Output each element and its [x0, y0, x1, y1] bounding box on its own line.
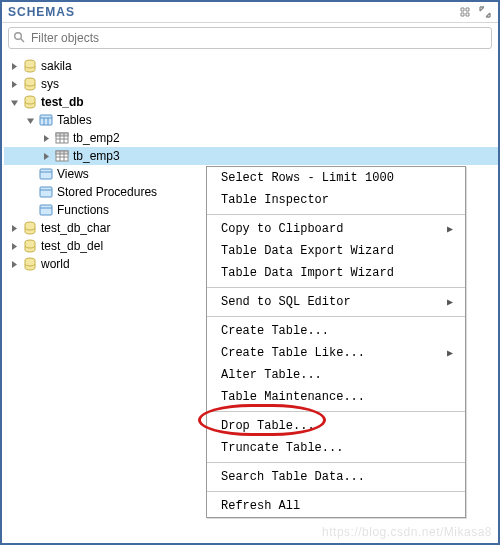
menu-table-maintenance[interactable]: Table Maintenance... — [207, 386, 465, 408]
expanded-icon[interactable] — [24, 114, 36, 126]
tree-label: tb_emp3 — [73, 149, 120, 163]
panel-expand-icon[interactable] — [478, 5, 492, 19]
svg-rect-19 — [40, 169, 52, 179]
tables-folder-icon — [38, 113, 54, 127]
tree-item-sakila[interactable]: sakila — [4, 57, 498, 75]
submenu-arrow-icon: ▶ — [447, 347, 453, 359]
menu-separator — [207, 491, 465, 492]
menu-separator — [207, 316, 465, 317]
panel-header: SCHEMAS — [2, 2, 498, 23]
database-icon — [22, 77, 38, 91]
menu-send-sql[interactable]: Send to SQL Editor▶ — [207, 291, 465, 313]
submenu-arrow-icon: ▶ — [447, 223, 453, 235]
menu-separator — [207, 287, 465, 288]
tree-label: test_db — [41, 95, 84, 109]
collapsed-icon[interactable] — [8, 78, 20, 90]
menu-separator — [207, 411, 465, 412]
tree-label: world — [41, 257, 70, 271]
table-context-menu: Select Rows - Limit 1000 Table Inspector… — [206, 166, 466, 518]
stored-procedures-folder-icon — [38, 185, 54, 199]
search-icon — [13, 31, 25, 46]
tree-label: Tables — [57, 113, 92, 127]
menu-drop-table[interactable]: Drop Table... — [207, 415, 465, 437]
svg-rect-23 — [40, 205, 52, 215]
functions-folder-icon — [38, 203, 54, 217]
submenu-arrow-icon: ▶ — [447, 296, 453, 308]
schemas-panel: SCHEMAS sakila sys test_db — [0, 0, 500, 545]
collapsed-icon[interactable] — [8, 240, 20, 252]
panel-settings-icon[interactable] — [458, 5, 472, 19]
menu-copy-clipboard[interactable]: Copy to Clipboard▶ — [207, 218, 465, 240]
collapsed-icon[interactable] — [40, 132, 52, 144]
tree-item-tb-emp3[interactable]: tb_emp3 — [4, 147, 498, 165]
filter-objects-field[interactable] — [8, 27, 492, 49]
menu-truncate-table[interactable]: Truncate Table... — [207, 437, 465, 459]
svg-line-1 — [21, 38, 24, 41]
tree-label: Stored Procedures — [57, 185, 157, 199]
tree-label: Functions — [57, 203, 109, 217]
tree-item-sys[interactable]: sys — [4, 75, 498, 93]
database-icon — [22, 257, 38, 271]
tree-label: sakila — [41, 59, 72, 73]
collapsed-icon[interactable] — [8, 222, 20, 234]
table-icon — [54, 149, 70, 163]
expanded-icon[interactable] — [8, 96, 20, 108]
table-icon — [54, 131, 70, 145]
svg-rect-21 — [40, 187, 52, 197]
collapsed-icon[interactable] — [8, 60, 20, 72]
menu-select-rows[interactable]: Select Rows - Limit 1000 — [207, 167, 465, 189]
menu-separator — [207, 462, 465, 463]
tree-item-tb-emp2[interactable]: tb_emp2 — [4, 129, 498, 147]
menu-separator — [207, 214, 465, 215]
views-folder-icon — [38, 167, 54, 181]
tree-item-test-db[interactable]: test_db — [4, 93, 498, 111]
tree-item-tables[interactable]: Tables — [4, 111, 498, 129]
watermark-text: https://blog.csdn.net/Mikasa8 — [322, 525, 492, 539]
panel-header-actions — [458, 5, 492, 19]
database-icon — [22, 239, 38, 253]
collapsed-icon[interactable] — [40, 150, 52, 162]
menu-export-wizard[interactable]: Table Data Export Wizard — [207, 240, 465, 262]
panel-title: SCHEMAS — [8, 5, 75, 19]
menu-refresh-all[interactable]: Refresh All — [207, 495, 465, 517]
tree-label: test_db_char — [41, 221, 110, 235]
tree-label: tb_emp2 — [73, 131, 120, 145]
svg-rect-5 — [40, 115, 52, 125]
tree-label: Views — [57, 167, 89, 181]
menu-search-table-data[interactable]: Search Table Data... — [207, 466, 465, 488]
svg-rect-10 — [56, 133, 68, 136]
collapsed-icon[interactable] — [8, 258, 20, 270]
menu-table-inspector[interactable]: Table Inspector — [207, 189, 465, 211]
menu-create-table-like[interactable]: Create Table Like...▶ — [207, 342, 465, 364]
database-icon — [22, 95, 38, 109]
database-icon — [22, 59, 38, 73]
tree-label: test_db_del — [41, 239, 103, 253]
svg-rect-15 — [56, 151, 68, 154]
menu-alter-table[interactable]: Alter Table... — [207, 364, 465, 386]
menu-create-table[interactable]: Create Table... — [207, 320, 465, 342]
menu-import-wizard[interactable]: Table Data Import Wizard — [207, 262, 465, 284]
tree-label: sys — [41, 77, 59, 91]
svg-point-0 — [15, 32, 22, 39]
database-icon — [22, 221, 38, 235]
filter-objects-input[interactable] — [29, 30, 487, 46]
